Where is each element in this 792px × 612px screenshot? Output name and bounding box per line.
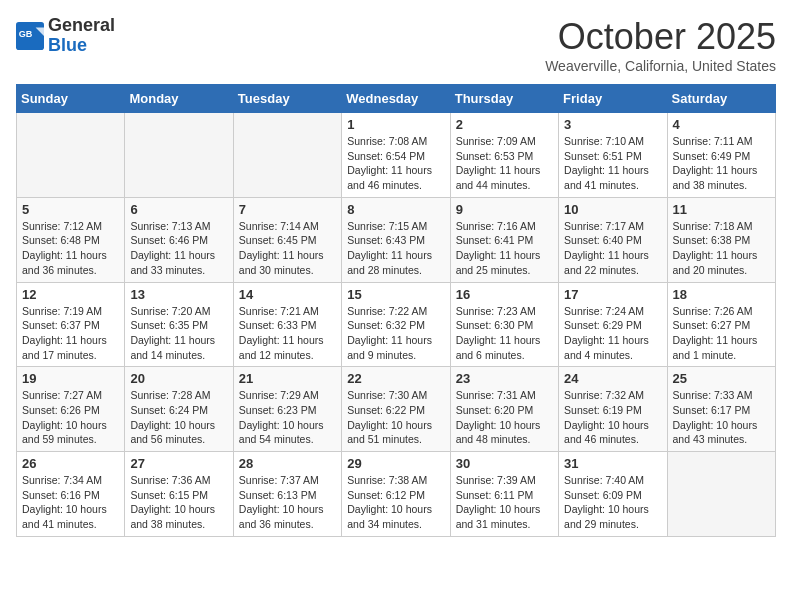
day-info: Sunrise: 7:18 AM Sunset: 6:38 PM Dayligh…	[673, 219, 770, 278]
col-header-sunday: Sunday	[17, 85, 125, 113]
calendar-cell: 6Sunrise: 7:13 AM Sunset: 6:46 PM Daylig…	[125, 197, 233, 282]
calendar-week-row: 5Sunrise: 7:12 AM Sunset: 6:48 PM Daylig…	[17, 197, 776, 282]
day-info: Sunrise: 7:15 AM Sunset: 6:43 PM Dayligh…	[347, 219, 444, 278]
day-info: Sunrise: 7:28 AM Sunset: 6:24 PM Dayligh…	[130, 388, 227, 447]
day-number: 4	[673, 117, 770, 132]
day-number: 16	[456, 287, 553, 302]
calendar-cell: 28Sunrise: 7:37 AM Sunset: 6:13 PM Dayli…	[233, 452, 341, 537]
day-number: 20	[130, 371, 227, 386]
calendar-week-row: 19Sunrise: 7:27 AM Sunset: 6:26 PM Dayli…	[17, 367, 776, 452]
day-info: Sunrise: 7:38 AM Sunset: 6:12 PM Dayligh…	[347, 473, 444, 532]
calendar-cell: 11Sunrise: 7:18 AM Sunset: 6:38 PM Dayli…	[667, 197, 775, 282]
day-number: 17	[564, 287, 661, 302]
calendar-cell: 23Sunrise: 7:31 AM Sunset: 6:20 PM Dayli…	[450, 367, 558, 452]
calendar-cell	[667, 452, 775, 537]
day-info: Sunrise: 7:22 AM Sunset: 6:32 PM Dayligh…	[347, 304, 444, 363]
day-number: 7	[239, 202, 336, 217]
day-number: 15	[347, 287, 444, 302]
day-info: Sunrise: 7:39 AM Sunset: 6:11 PM Dayligh…	[456, 473, 553, 532]
col-header-friday: Friday	[559, 85, 667, 113]
day-info: Sunrise: 7:09 AM Sunset: 6:53 PM Dayligh…	[456, 134, 553, 193]
day-info: Sunrise: 7:17 AM Sunset: 6:40 PM Dayligh…	[564, 219, 661, 278]
day-info: Sunrise: 7:33 AM Sunset: 6:17 PM Dayligh…	[673, 388, 770, 447]
day-number: 14	[239, 287, 336, 302]
calendar-cell: 29Sunrise: 7:38 AM Sunset: 6:12 PM Dayli…	[342, 452, 450, 537]
day-info: Sunrise: 7:16 AM Sunset: 6:41 PM Dayligh…	[456, 219, 553, 278]
day-number: 26	[22, 456, 119, 471]
calendar-cell: 30Sunrise: 7:39 AM Sunset: 6:11 PM Dayli…	[450, 452, 558, 537]
title-block: October 2025 Weaverville, California, Un…	[545, 16, 776, 74]
day-number: 23	[456, 371, 553, 386]
day-number: 29	[347, 456, 444, 471]
calendar-week-row: 12Sunrise: 7:19 AM Sunset: 6:37 PM Dayli…	[17, 282, 776, 367]
day-number: 22	[347, 371, 444, 386]
calendar-cell: 2Sunrise: 7:09 AM Sunset: 6:53 PM Daylig…	[450, 113, 558, 198]
day-info: Sunrise: 7:19 AM Sunset: 6:37 PM Dayligh…	[22, 304, 119, 363]
day-number: 3	[564, 117, 661, 132]
calendar-cell: 12Sunrise: 7:19 AM Sunset: 6:37 PM Dayli…	[17, 282, 125, 367]
day-info: Sunrise: 7:32 AM Sunset: 6:19 PM Dayligh…	[564, 388, 661, 447]
calendar-cell: 7Sunrise: 7:14 AM Sunset: 6:45 PM Daylig…	[233, 197, 341, 282]
calendar-cell: 17Sunrise: 7:24 AM Sunset: 6:29 PM Dayli…	[559, 282, 667, 367]
calendar-cell: 10Sunrise: 7:17 AM Sunset: 6:40 PM Dayli…	[559, 197, 667, 282]
calendar-cell: 8Sunrise: 7:15 AM Sunset: 6:43 PM Daylig…	[342, 197, 450, 282]
calendar-cell: 18Sunrise: 7:26 AM Sunset: 6:27 PM Dayli…	[667, 282, 775, 367]
day-number: 21	[239, 371, 336, 386]
day-number: 24	[564, 371, 661, 386]
calendar-cell: 15Sunrise: 7:22 AM Sunset: 6:32 PM Dayli…	[342, 282, 450, 367]
calendar-cell	[233, 113, 341, 198]
logo-line2: Blue	[48, 36, 115, 56]
calendar-week-row: 1Sunrise: 7:08 AM Sunset: 6:54 PM Daylig…	[17, 113, 776, 198]
day-number: 2	[456, 117, 553, 132]
day-info: Sunrise: 7:37 AM Sunset: 6:13 PM Dayligh…	[239, 473, 336, 532]
day-info: Sunrise: 7:13 AM Sunset: 6:46 PM Dayligh…	[130, 219, 227, 278]
calendar-cell: 4Sunrise: 7:11 AM Sunset: 6:49 PM Daylig…	[667, 113, 775, 198]
day-number: 28	[239, 456, 336, 471]
day-number: 13	[130, 287, 227, 302]
calendar-cell: 1Sunrise: 7:08 AM Sunset: 6:54 PM Daylig…	[342, 113, 450, 198]
day-number: 12	[22, 287, 119, 302]
col-header-monday: Monday	[125, 85, 233, 113]
calendar-header-row: SundayMondayTuesdayWednesdayThursdayFrid…	[17, 85, 776, 113]
day-number: 6	[130, 202, 227, 217]
logo-icon: GB	[16, 22, 44, 50]
logo: GB General Blue	[16, 16, 115, 56]
calendar-cell	[17, 113, 125, 198]
calendar-cell: 5Sunrise: 7:12 AM Sunset: 6:48 PM Daylig…	[17, 197, 125, 282]
day-info: Sunrise: 7:14 AM Sunset: 6:45 PM Dayligh…	[239, 219, 336, 278]
day-info: Sunrise: 7:27 AM Sunset: 6:26 PM Dayligh…	[22, 388, 119, 447]
calendar-cell: 9Sunrise: 7:16 AM Sunset: 6:41 PM Daylig…	[450, 197, 558, 282]
calendar-cell: 26Sunrise: 7:34 AM Sunset: 6:16 PM Dayli…	[17, 452, 125, 537]
day-info: Sunrise: 7:29 AM Sunset: 6:23 PM Dayligh…	[239, 388, 336, 447]
calendar-cell: 21Sunrise: 7:29 AM Sunset: 6:23 PM Dayli…	[233, 367, 341, 452]
day-info: Sunrise: 7:36 AM Sunset: 6:15 PM Dayligh…	[130, 473, 227, 532]
month-title: October 2025	[545, 16, 776, 58]
calendar-cell: 16Sunrise: 7:23 AM Sunset: 6:30 PM Dayli…	[450, 282, 558, 367]
svg-text:GB: GB	[19, 29, 33, 39]
col-header-saturday: Saturday	[667, 85, 775, 113]
calendar-cell: 31Sunrise: 7:40 AM Sunset: 6:09 PM Dayli…	[559, 452, 667, 537]
location-subtitle: Weaverville, California, United States	[545, 58, 776, 74]
day-number: 18	[673, 287, 770, 302]
day-info: Sunrise: 7:26 AM Sunset: 6:27 PM Dayligh…	[673, 304, 770, 363]
calendar-cell: 27Sunrise: 7:36 AM Sunset: 6:15 PM Dayli…	[125, 452, 233, 537]
day-info: Sunrise: 7:12 AM Sunset: 6:48 PM Dayligh…	[22, 219, 119, 278]
day-number: 8	[347, 202, 444, 217]
day-number: 10	[564, 202, 661, 217]
calendar-cell: 22Sunrise: 7:30 AM Sunset: 6:22 PM Dayli…	[342, 367, 450, 452]
day-number: 9	[456, 202, 553, 217]
calendar-cell: 13Sunrise: 7:20 AM Sunset: 6:35 PM Dayli…	[125, 282, 233, 367]
day-number: 19	[22, 371, 119, 386]
day-info: Sunrise: 7:24 AM Sunset: 6:29 PM Dayligh…	[564, 304, 661, 363]
calendar-week-row: 26Sunrise: 7:34 AM Sunset: 6:16 PM Dayli…	[17, 452, 776, 537]
day-info: Sunrise: 7:31 AM Sunset: 6:20 PM Dayligh…	[456, 388, 553, 447]
day-number: 5	[22, 202, 119, 217]
logo-line1: General	[48, 16, 115, 36]
calendar-cell: 25Sunrise: 7:33 AM Sunset: 6:17 PM Dayli…	[667, 367, 775, 452]
day-info: Sunrise: 7:08 AM Sunset: 6:54 PM Dayligh…	[347, 134, 444, 193]
col-header-tuesday: Tuesday	[233, 85, 341, 113]
page-header: GB General Blue October 2025 Weaverville…	[16, 16, 776, 74]
day-info: Sunrise: 7:30 AM Sunset: 6:22 PM Dayligh…	[347, 388, 444, 447]
calendar-cell: 20Sunrise: 7:28 AM Sunset: 6:24 PM Dayli…	[125, 367, 233, 452]
day-number: 27	[130, 456, 227, 471]
